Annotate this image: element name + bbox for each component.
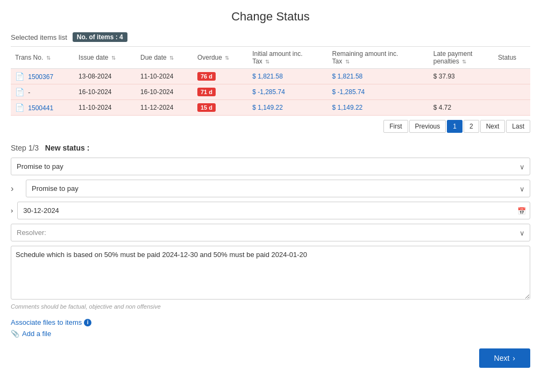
next-arrow-icon: › [512,354,515,362]
info-icon[interactable]: i [84,319,91,326]
transactions-table: Trans No. ⇅ Issue date ⇅ Due date ⇅ Over… [11,46,530,116]
table-row: 📄 1500441 11-10-2024 11-12-2024 15 d $ 1… [11,100,530,116]
associate-files-section: Associate files to items i 📎 Add a file [11,318,530,338]
cell-issue-date: 16-10-2024 [74,84,136,100]
cell-due-date: 16-10-2024 [136,84,193,100]
cell-trans-no: 📄 1500441 [11,100,74,116]
cell-initial-amount: $ 1,821.58 [248,69,328,84]
col-due-date: Due date ⇅ [136,47,193,69]
items-count-badge: No. of items : 4 [73,32,127,42]
cell-issue-date: 11-10-2024 [74,100,136,116]
cell-initial-amount: $ 1,149.22 [248,100,328,116]
cell-issue-date: 13-08-2024 [74,69,136,84]
date-row: › 📅 [11,202,530,219]
paperclip-icon: 📎 [11,330,19,338]
sort-arrow-overdue[interactable]: ⇅ [225,55,229,61]
pdf-icon[interactable]: 📄 [15,103,24,112]
sort-arrow-initial[interactable]: ⇅ [265,59,269,65]
step-label: Step 1/3 [11,144,39,152]
date-chevron-icon[interactable]: › [11,206,13,215]
date-input-wrapper: 📅 [17,202,530,219]
col-remaining-amount: Remaining amount inc.Tax ⇅ [328,47,429,69]
overdue-badge: 15 d [197,103,216,112]
associate-files-text: Associate files to items [11,318,82,326]
trans-link[interactable]: 1500367 [28,73,53,81]
status-dropdown-wrapper: Promise to pay In dispute Litigation Bad… [11,158,530,175]
page-title: Change Status [11,10,530,24]
current-page-button[interactable]: 1 [447,120,462,133]
cell-due-date: 11-10-2024 [136,69,193,84]
resolver-wrapper: Resolver: ∨ [11,224,530,241]
table-row: 📄 - 16-10-2024 16-10-2024 71 d $ -1,285.… [11,84,530,100]
remaining-value: $ 1,149.22 [332,104,363,111]
next-page-number-button[interactable]: 2 [464,120,479,133]
cell-overdue: 76 d [193,69,248,84]
add-file-link[interactable]: 📎 Add a file [11,330,530,338]
resolver-dropdown[interactable]: Resolver: [11,224,530,241]
amount-value: $ -1,285.74 [252,88,285,96]
sub-status-row: › Promise to pay ∨ [11,180,530,197]
cell-late-payment: $ 4.72 [429,100,494,116]
trans-link[interactable]: 1500441 [28,104,53,112]
col-trans-no: Trans No. ⇅ [11,47,74,69]
next-button-label: Next [494,354,510,362]
sub-status-wrapper: Promise to pay ∨ [26,180,530,197]
sort-arrow-issue[interactable]: ⇅ [111,55,116,61]
selected-items-label: Selected items list [11,33,67,41]
sort-arrow-due[interactable]: ⇅ [169,55,174,61]
sort-arrow-remaining[interactable]: ⇅ [345,59,350,65]
next-button[interactable]: Next › [479,348,530,368]
cell-remaining-amount: $ -1,285.74 [328,84,429,100]
cell-status [494,84,530,100]
sort-arrow-trans[interactable]: ⇅ [46,55,51,61]
next-page-button[interactable]: Next [480,120,506,133]
remaining-value: $ 1,821.58 [332,73,363,80]
amount-value: $ 1,149.22 [252,104,283,111]
col-initial-amount: Initial amount inc.Tax ⇅ [248,47,328,69]
table-row: 📄 1500367 13-08-2024 11-10-2024 76 d $ 1… [11,69,530,84]
last-page-button[interactable]: Last [506,120,530,133]
sort-arrow-late[interactable]: ⇅ [462,59,466,65]
pdf-icon[interactable]: 📄 [15,72,24,81]
cell-status [494,69,530,84]
comments-textarea[interactable]: Schedule which is based on 50% must be p… [11,246,530,300]
status-dropdown[interactable]: Promise to pay In dispute Litigation Bad… [11,158,530,175]
associate-files-label: Associate files to items i [11,318,530,326]
cell-remaining-amount: $ 1,149.22 [328,100,429,116]
step-header: Step 1/3 New status : [11,144,530,152]
selected-items-header: Selected items list No. of items : 4 [11,32,530,42]
resolver-row: Resolver: ∨ [11,224,530,241]
cell-late-payment: $ 37.93 [429,69,494,84]
col-late-payment: Late paymentpenalties ⇅ [429,47,494,69]
cell-late-payment [429,84,494,100]
comments-hint: Comments should be factual, objective an… [11,303,530,310]
add-file-text: Add a file [22,330,51,338]
trans-id: - [28,89,30,96]
chevron-icon[interactable]: › [11,184,22,194]
amount-value: $ 1,821.58 [252,73,283,80]
cell-overdue: 15 d [193,100,248,116]
sub-status-dropdown[interactable]: Promise to pay [26,180,530,197]
cell-trans-no: 📄 1500367 [11,69,74,84]
overdue-badge: 76 d [197,72,216,81]
cell-due-date: 11-12-2024 [136,100,193,116]
col-issue-date: Issue date ⇅ [74,47,136,69]
previous-page-button[interactable]: Previous [409,120,446,133]
remaining-value: $ -1,285.74 [332,88,365,96]
overdue-badge: 71 d [197,88,216,96]
pdf-icon[interactable]: 📄 [15,88,24,96]
col-overdue: Overdue ⇅ [193,47,248,69]
cell-remaining-amount: $ 1,821.58 [328,69,429,84]
cell-trans-no: 📄 - [11,84,74,100]
cell-overdue: 71 d [193,84,248,100]
cell-status [494,100,530,116]
first-page-button[interactable]: First [383,120,408,133]
new-status-label: New status : [45,144,89,152]
cell-initial-amount: $ -1,285.74 [248,84,328,100]
col-status: Status [494,47,530,69]
footer-actions: Next › [11,348,530,368]
date-input[interactable] [17,202,530,219]
pagination: First Previous 1 2 Next Last [11,120,530,133]
calendar-icon[interactable]: 📅 [517,206,526,215]
